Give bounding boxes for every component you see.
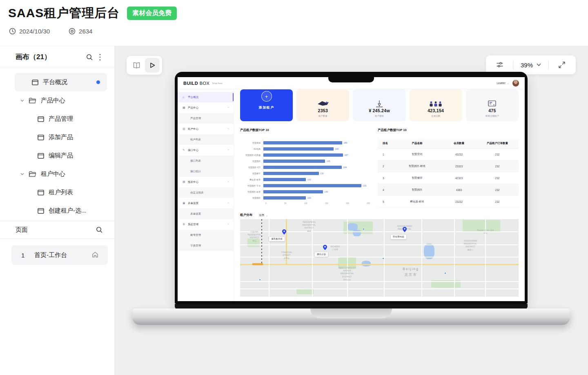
db-nav-product-management[interactable]: 产品管理 — [178, 113, 234, 124]
tree-item-label: 产品中心 — [41, 97, 65, 104]
chart-icon: ▥ — [183, 127, 188, 131]
add-tenant-icon: + — [261, 91, 272, 102]
bar-category-label: 智慧园区 — [240, 160, 263, 162]
db-nav-custom-report[interactable]: 自定义报表 — [178, 187, 234, 198]
toolbar-divider — [513, 60, 513, 69]
toolbar-divider — [548, 60, 549, 69]
date-text: 2024/10/30 — [19, 28, 50, 35]
table-row: 4智慧园区4363232 — [378, 184, 519, 196]
db-nav-api-list[interactable]: 接口列表 — [178, 155, 234, 166]
page-title: SAAS租户管理后台 — [8, 5, 120, 22]
laptop-mockup: BUILD BOX Smart Area Leatter ⌄ ⌂平台概况 ▦产品… — [175, 72, 528, 325]
bar-value: 230 — [363, 184, 366, 187]
pages-section-header: 页面 — [0, 221, 114, 239]
page-list-item-home[interactable]: 1 首页-工作台 — [11, 245, 108, 265]
map-pin[interactable] — [282, 229, 286, 234]
home-icon: ⌂ — [183, 96, 188, 99]
add-tenant-card[interactable]: + 添加租户 — [240, 89, 293, 121]
map-road-segment — [252, 263, 263, 265]
expiring-tenants-illustration — [487, 98, 497, 107]
play-preview-icon[interactable] — [145, 58, 160, 73]
fullscreen-expand-icon[interactable] — [555, 58, 569, 72]
bar: 185 — [263, 141, 342, 144]
tenant-distribution-header: 租户分布 全国 ⌄ — [240, 213, 268, 217]
pages-search-icon[interactable] — [94, 224, 105, 235]
bar-category-label: 智慧商城 — [240, 142, 263, 144]
bar-value: 185 — [343, 142, 347, 144]
frame-icon — [38, 208, 44, 214]
bar: 187 — [263, 153, 343, 157]
map-poi-dot — [363, 228, 365, 230]
map-road — [347, 219, 348, 297]
bar-category-label: 5G电商 — [240, 148, 263, 150]
bar-track: 184 — [263, 164, 370, 170]
avatar[interactable] — [512, 80, 519, 87]
db-nav-tenant-center[interactable]: ▥租户中心⌃ — [178, 124, 234, 134]
tree-item-label: 添加产品 — [49, 133, 73, 141]
tree-item-product-management[interactable]: 产品管理 — [15, 110, 107, 128]
bar-row: 5G电商165 — [240, 146, 370, 152]
map-road — [240, 288, 519, 289]
search-icon[interactable] — [84, 52, 95, 62]
bar-value: 100 — [307, 178, 311, 181]
map-road — [269, 219, 270, 297]
bar: 130 — [263, 172, 319, 175]
db-nav-product-center[interactable]: ▦产品中心⌃ — [178, 102, 234, 113]
map-area-label: FENGSHENG RESIDENTIAL DISTRICT 丰盛 — [296, 221, 323, 233]
chevron-up-icon: ⌃ — [227, 181, 229, 184]
tree-item-edit-product[interactable]: 编辑产品 — [15, 146, 107, 165]
more-options-icon[interactable]: ⋮ — [95, 52, 105, 62]
map-poi-dot — [382, 257, 384, 260]
table-row: 5孵化器-标准23232232 — [378, 196, 519, 208]
tree-item-platform-overview[interactable]: 平台概况 — [15, 73, 107, 91]
stat-label: 租户营收 — [375, 115, 384, 118]
db-nav-dict-management[interactable]: 字典管理 — [178, 240, 234, 251]
stat-card-expiring-tenants: 475 即将过期租户 — [466, 89, 519, 121]
db-nav-tenant-list[interactable]: 租户列表 — [178, 134, 234, 145]
comment-book-icon[interactable] — [129, 58, 144, 73]
bar-track: 130 — [263, 170, 370, 176]
tree-item-tenant-list[interactable]: 租户列表 — [15, 183, 107, 202]
settings-sliders-icon[interactable] — [492, 58, 507, 72]
region-filter-dropdown[interactable]: 全国 ⌄ — [259, 213, 268, 217]
bar-value: 145 — [326, 160, 330, 162]
map-area-label: WEST CHANG'AN AVENUE RESIDENTIAL DISTRIC… — [332, 266, 363, 281]
chevron-up-icon: ⌃ — [227, 107, 229, 109]
db-nav-api-center[interactable]: ✎接口中心⌃ — [178, 145, 234, 155]
tree-item-create-tenant[interactable]: 创建租户-选... — [15, 202, 107, 220]
map-poi-dot — [444, 272, 446, 274]
laptop-base — [133, 308, 570, 325]
db-nav-api-stats[interactable]: 接口统计 — [178, 166, 234, 177]
username: Leatter — [497, 82, 506, 84]
map-pin[interactable] — [403, 226, 407, 232]
active-dot — [96, 80, 100, 84]
canvas-list-title: 画布（21） — [16, 52, 51, 62]
gear-icon: ⚙ — [183, 223, 188, 226]
db-nav-overview[interactable]: ⌂平台概况 — [178, 92, 234, 102]
bar-category-label: 智慧园区-专业 — [240, 184, 263, 187]
map-pin[interactable] — [323, 244, 327, 250]
tenant-distribution-map[interactable]: YUETAN RESIDENTIAL DISTRICT 月坛 FENGSHENG… — [240, 219, 519, 297]
tree-item-add-product[interactable]: 添加产品 — [15, 128, 107, 146]
zoom-level-value: 39% — [521, 62, 533, 69]
bar-track: 140 — [263, 189, 370, 195]
tree-item-tenant-center[interactable]: 租户中心 — [15, 165, 107, 183]
db-nav-report-center[interactable]: ▤报表中心⌃ — [178, 177, 234, 187]
map-area-label: YUETAN RESIDENTIAL DISTRICT 月坛 — [242, 231, 267, 242]
frame-icon — [38, 190, 44, 195]
bar-value: 187 — [344, 154, 348, 156]
db-nav-account-management[interactable]: 账号管理 — [178, 230, 234, 240]
tree-item-product-center[interactable]: 产品中心 — [15, 91, 107, 110]
tree-item-label: 租户列表 — [49, 189, 73, 196]
form-icon: ▣ — [183, 202, 188, 205]
frame-icon — [38, 135, 44, 140]
user-menu[interactable]: Leatter ⌄ — [497, 82, 509, 84]
map-city-label: Beijing 北京市 — [394, 266, 428, 277]
db-nav-form-settings-group[interactable]: ▣表单设置⌃ — [178, 198, 234, 209]
db-nav-form-settings[interactable]: 表单设置 — [178, 209, 234, 219]
db-nav-system-management[interactable]: ⚙系统管理⌃ — [178, 219, 234, 230]
bar-row: 孵化器-标准100 — [240, 176, 370, 182]
zoom-level-dropdown[interactable]: 39% — [519, 62, 543, 69]
home-icon[interactable] — [91, 251, 99, 260]
bar: 100 — [263, 178, 306, 181]
